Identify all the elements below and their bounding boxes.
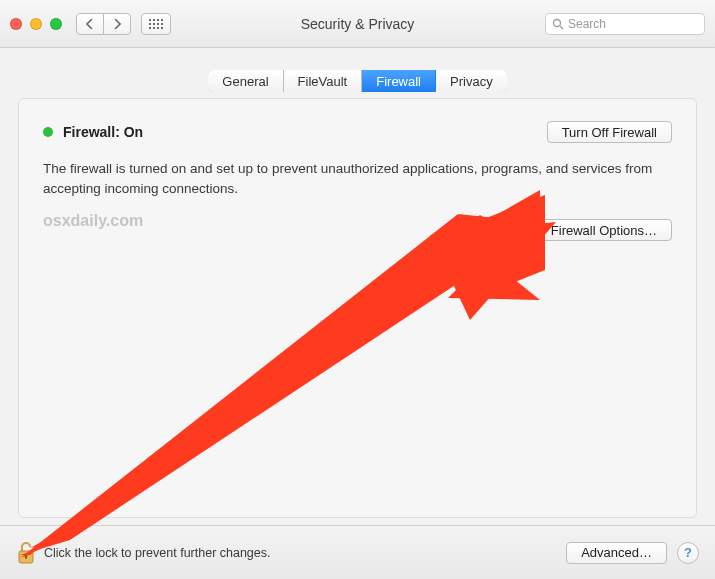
- svg-rect-5: [25, 556, 26, 559]
- svg-line-1: [560, 26, 563, 29]
- tab-general[interactable]: General: [208, 70, 283, 92]
- window-title: Security & Privacy: [301, 16, 415, 32]
- chevron-left-icon: [86, 19, 94, 29]
- tab-label: General: [222, 74, 268, 89]
- firewall-panel: Firewall: On Turn Off Firewall The firew…: [18, 98, 697, 518]
- status-indicator-icon: [43, 127, 53, 137]
- footer-right: Advanced… ?: [566, 542, 699, 564]
- titlebar: Security & Privacy Search: [0, 0, 715, 48]
- lock-button[interactable]: [16, 541, 36, 565]
- tab-label: Privacy: [450, 74, 493, 89]
- advanced-button[interactable]: Advanced…: [566, 542, 667, 564]
- nav-buttons: [76, 13, 171, 35]
- firewall-description: The firewall is turned on and set up to …: [43, 159, 663, 198]
- help-icon: ?: [684, 545, 692, 560]
- show-all-button[interactable]: [141, 13, 171, 35]
- firewall-status: Firewall: On: [63, 124, 143, 140]
- search-icon: [552, 18, 564, 30]
- back-button[interactable]: [76, 13, 104, 35]
- help-button[interactable]: ?: [677, 542, 699, 564]
- status-row: Firewall: On Turn Off Firewall: [43, 121, 672, 143]
- zoom-icon[interactable]: [50, 18, 62, 30]
- tab-label: FileVault: [298, 74, 348, 89]
- forward-button[interactable]: [103, 13, 131, 35]
- window-controls: [10, 18, 62, 30]
- minimize-icon[interactable]: [30, 18, 42, 30]
- status-left: Firewall: On: [43, 124, 143, 140]
- tab-privacy[interactable]: Privacy: [436, 70, 507, 92]
- turn-off-firewall-button[interactable]: Turn Off Firewall: [547, 121, 672, 143]
- lock-open-icon: [16, 541, 36, 565]
- tabs: General FileVault Firewall Privacy: [0, 70, 715, 92]
- search-input[interactable]: Search: [545, 13, 705, 35]
- firewall-options-button[interactable]: Firewall Options…: [536, 219, 672, 241]
- grid-icon: [149, 19, 163, 29]
- footer: Click the lock to prevent further change…: [0, 525, 715, 579]
- search-placeholder: Search: [568, 17, 606, 31]
- svg-point-0: [554, 19, 561, 26]
- search-field-wrap: Search: [545, 13, 705, 35]
- close-icon[interactable]: [10, 18, 22, 30]
- segmented-control: General FileVault Firewall Privacy: [208, 70, 506, 92]
- tab-filevault[interactable]: FileVault: [284, 70, 363, 92]
- tab-label: Firewall: [376, 74, 421, 89]
- lock-text: Click the lock to prevent further change…: [44, 546, 271, 560]
- tab-firewall[interactable]: Firewall: [362, 70, 436, 92]
- chevron-right-icon: [113, 19, 121, 29]
